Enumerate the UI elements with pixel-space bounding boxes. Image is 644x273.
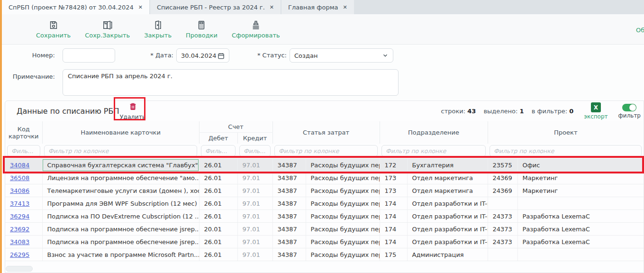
table-row[interactable]: 23692 Подписка на программное обеспечени… xyxy=(5,223,644,236)
delete-row-button[interactable]: Удалить xyxy=(118,102,147,120)
save-close-button[interactable]: Сохр.Закрыть xyxy=(85,20,130,39)
toggle-on-icon[interactable] xyxy=(622,104,636,111)
department-name-cell[interactable]: Отдел маркетинга xyxy=(407,184,488,197)
credit-cell[interactable]: 97.01 xyxy=(237,184,272,197)
debit-cell[interactable]: 26.01 xyxy=(199,159,237,172)
cost-item-name-cell[interactable]: Расходы будущих периодов xyxy=(306,159,380,172)
project-code-cell[interactable]: 23575 xyxy=(488,159,517,172)
cost-item-name-cell[interactable]: Расходы будущих периодов xyxy=(306,172,380,184)
project-code-cell[interactable]: 24373 xyxy=(488,210,517,223)
credit-cell[interactable]: 97.01 xyxy=(237,197,272,210)
card-name-cell[interactable]: Справочная бухгалтерская система "Главбу… xyxy=(42,159,199,172)
card-code-link[interactable]: 34084 xyxy=(10,162,29,169)
credit-cell[interactable]: 97.01 xyxy=(237,210,272,223)
department-code-cell[interactable]: 174 xyxy=(380,210,407,223)
header-department[interactable]: Подразделение xyxy=(380,121,488,144)
cost-item-code-cell[interactable]: 34387 xyxy=(272,184,306,197)
number-input[interactable] xyxy=(63,48,115,63)
cost-item-name-cell[interactable]: Расходы будущих периодов xyxy=(306,184,380,197)
department-name-cell[interactable]: Отдел разработки и IT-консал... xyxy=(407,197,488,210)
close-icon[interactable]: ✕ xyxy=(138,4,143,10)
department-code-cell[interactable]: 173 xyxy=(380,184,407,197)
credit-cell[interactable]: 97.01 xyxy=(237,248,272,261)
department-code-cell[interactable]: 173 xyxy=(380,172,407,184)
department-code-cell[interactable]: 174 xyxy=(380,223,407,236)
horizontal-scrollbar-thumb[interactable] xyxy=(6,266,33,272)
card-name-cell[interactable]: Лицензия на программное обеспечение "амо… xyxy=(42,172,199,184)
tab-register-2024[interactable]: Списание РБП - Реестр за 2024 г. ✕ xyxy=(150,0,281,14)
project-code-cell[interactable] xyxy=(488,248,517,261)
table-row[interactable]: 36294 Подписка на ПО DevExtreme Cubscrip… xyxy=(5,210,644,223)
debit-cell[interactable]: 26.01 xyxy=(199,248,237,261)
filter-credit-input[interactable] xyxy=(239,145,271,157)
project-name-cell[interactable]: Разработка LexemaC xyxy=(517,236,644,248)
project-code-cell[interactable]: 24369 xyxy=(488,172,517,184)
department-name-cell[interactable]: Бухгалтерия xyxy=(407,159,488,172)
cost-item-code-cell[interactable]: 34387 xyxy=(272,236,306,248)
department-name-cell[interactable]: Администрация xyxy=(407,248,488,261)
cost-item-name-cell[interactable]: Расходы будущих периодов xyxy=(306,248,380,261)
debit-cell[interactable]: 26.01 xyxy=(199,184,237,197)
cost-item-code-cell[interactable]: 34387 xyxy=(272,210,306,223)
project-name-cell[interactable] xyxy=(517,248,644,261)
note-textarea[interactable]: Списание РБП за апрель 2024 г. xyxy=(63,69,399,96)
status-select[interactable]: Создан xyxy=(290,48,393,63)
filter-card-name-input[interactable] xyxy=(44,145,197,157)
project-name-cell[interactable]: Разработка LexemaC xyxy=(517,210,644,223)
debit-cell[interactable]: 20.01 xyxy=(199,223,237,236)
cost-item-name-cell[interactable]: Расходы будущих периодов xyxy=(306,223,380,236)
header-credit[interactable]: Кредит xyxy=(237,132,272,144)
generate-button[interactable]: Сформировать xyxy=(232,20,280,39)
tab-main-form[interactable]: Главная форма ✕ xyxy=(281,0,354,14)
header-card-name[interactable]: Наименование карточки xyxy=(42,121,199,144)
card-code-link[interactable]: 26295 xyxy=(10,251,29,258)
header-debit[interactable]: Дебет xyxy=(199,132,237,144)
credit-cell[interactable]: 97.01 xyxy=(237,236,272,248)
header-project[interactable]: Проект xyxy=(488,121,644,144)
card-name-cell[interactable]: Программа для ЭВМ WPF Subscription (12 м… xyxy=(42,197,199,210)
cost-item-code-cell[interactable]: 34387 xyxy=(272,172,306,184)
debit-cell[interactable]: 26.01 xyxy=(199,236,237,248)
tab-sprbp-document[interactable]: СпРБП (проект №78428) от 30.04.2024 ✕ xyxy=(2,0,149,14)
department-name-cell[interactable]: Отдел разработки и IT-консал... xyxy=(407,210,488,223)
header-card-code[interactable]: Код карточки xyxy=(5,121,42,144)
department-name-cell[interactable]: Отдел маркетинга xyxy=(407,172,488,184)
card-name-cell[interactable]: Взнос за участие в программе Microsoft P… xyxy=(42,248,199,261)
project-name-cell[interactable]: Маркетинг xyxy=(517,172,644,184)
card-code-link[interactable]: 37413 xyxy=(10,200,29,207)
cost-item-code-cell[interactable]: 34387 xyxy=(272,248,306,261)
debit-cell[interactable]: 26.01 xyxy=(199,172,237,184)
close-icon[interactable]: ✕ xyxy=(343,4,347,10)
cost-item-code-cell[interactable]: 34387 xyxy=(272,223,306,236)
project-code-cell[interactable]: 24369 xyxy=(488,184,517,197)
cost-item-name-cell[interactable]: Расходы будущих периодов xyxy=(306,197,380,210)
card-code-link[interactable]: 36508 xyxy=(10,174,29,182)
filter-debit-input[interactable] xyxy=(201,145,236,157)
department-name-cell[interactable]: Отдел разработки и IT-консал... xyxy=(407,236,488,248)
department-code-cell[interactable]: 172 xyxy=(380,159,407,172)
cost-item-code-cell[interactable]: 34387 xyxy=(272,159,306,172)
clipped-right-action-label[interactable]: Об xyxy=(636,27,644,34)
debit-cell[interactable]: 26.01 xyxy=(199,197,237,210)
project-name-cell[interactable] xyxy=(517,197,644,210)
department-name-cell[interactable]: Отдел разработки и IT-консал... xyxy=(407,223,488,236)
department-code-cell[interactable]: 174 xyxy=(380,236,407,248)
card-code-link[interactable]: 34083 xyxy=(10,238,29,246)
project-code-cell[interactable] xyxy=(488,197,517,210)
project-name-cell[interactable]: Разработка LexemaC xyxy=(517,223,644,236)
department-code-cell[interactable]: 175 xyxy=(380,248,407,261)
card-name-cell[interactable]: Подписка на программное обеспечение jsre… xyxy=(42,223,199,236)
card-name-cell[interactable]: Телемаркетинговые услуги связи (домен ),… xyxy=(42,184,199,197)
filter-cost-item-input[interactable] xyxy=(274,145,378,157)
table-row[interactable]: 34086 Телемаркетинговые услуги связи (до… xyxy=(5,184,644,197)
postings-button[interactable]: Проводки xyxy=(186,20,218,39)
cost-item-name-cell[interactable]: Расходы будущих периодов xyxy=(306,236,380,248)
date-input[interactable]: 30.04.2024 xyxy=(176,48,229,63)
project-code-cell[interactable]: 24373 xyxy=(488,236,517,248)
filter-card-code-input[interactable] xyxy=(7,145,40,157)
card-name-cell[interactable]: Подписка на программное обеспечение jsre… xyxy=(42,236,199,248)
project-name-cell[interactable]: Офис xyxy=(517,159,644,172)
project-name-cell[interactable]: Маркетинг xyxy=(517,184,644,197)
cost-item-code-cell[interactable]: 34387 xyxy=(272,197,306,210)
filter-toggle[interactable]: фильтр xyxy=(618,104,641,119)
